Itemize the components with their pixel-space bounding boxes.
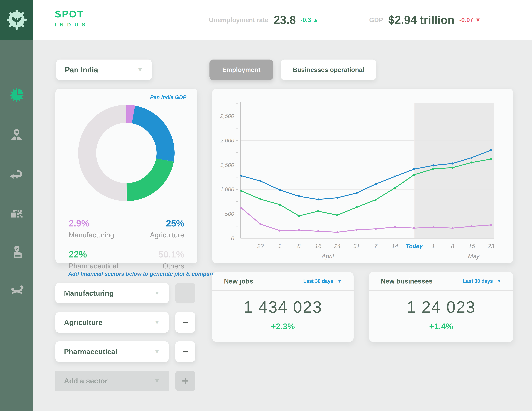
sector-dropdown-value: Agriculture xyxy=(64,318,154,327)
chevron-down-icon: ▼ xyxy=(154,348,160,355)
employment-chart-card: 05001,0001,5002,0002,5002218162431714Tod… xyxy=(212,89,513,263)
add-sector-button[interactable]: + xyxy=(175,371,195,391)
svg-text:500: 500 xyxy=(225,211,234,217)
unemployment-label: Unemployment rate xyxy=(209,16,268,24)
svg-text:22: 22 xyxy=(257,243,264,249)
svg-text:14: 14 xyxy=(392,243,398,249)
sidebar-item-tools[interactable] xyxy=(9,283,25,299)
map-pin-icon xyxy=(9,127,24,143)
region-dropdown[interactable]: Pan India ▼ xyxy=(56,60,152,80)
legend-label: Agriculture xyxy=(126,231,184,239)
shield-document-icon xyxy=(9,245,24,261)
legend-value: 50.1% xyxy=(126,249,184,260)
employment-line-chart: 05001,0001,5002,0002,5002218162431714Tod… xyxy=(212,89,513,263)
gdp-donut-chart xyxy=(56,102,197,207)
svg-text:24: 24 xyxy=(334,243,341,249)
svg-text:April: April xyxy=(321,253,334,260)
svg-text:2,000: 2,000 xyxy=(220,137,234,144)
minus-icon: − xyxy=(182,346,188,357)
app-logo xyxy=(0,0,33,40)
chevron-down-icon: ▼ xyxy=(137,66,143,73)
svg-text:8: 8 xyxy=(451,243,454,249)
legend-value: 22% xyxy=(69,249,126,260)
brand: SPOT INDUS xyxy=(55,9,89,28)
pixel-grid-icon xyxy=(9,205,24,221)
gdp-stat: GDP $2.94 trillion -0.07 ▼ xyxy=(369,0,481,40)
card-title: New jobs xyxy=(224,277,303,285)
svg-text:1: 1 xyxy=(432,243,435,249)
unemployment-delta-value: -0.3 xyxy=(301,17,311,23)
region-dropdown-value: Pan India xyxy=(65,65,137,74)
sector-action-button-manufacturing[interactable] xyxy=(175,283,195,303)
unemployment-stat: Unemployment rate 23.8 -0.3 ▲ xyxy=(209,0,319,40)
card-header: New businesses Last 30 days ▼ xyxy=(369,272,513,291)
unemployment-delta: -0.3 ▲ xyxy=(301,17,319,23)
unemployment-value: 23.8 xyxy=(274,13,296,27)
legend-label: Others xyxy=(126,262,184,270)
donut-title: Pan India GDP xyxy=(150,94,186,100)
gdp-delta: -0.07 ▼ xyxy=(459,17,481,23)
svg-text:16: 16 xyxy=(315,243,322,249)
legend-item-pharmaceutical: 22% Pharmaceutical xyxy=(69,249,126,270)
uturn-arrow-icon xyxy=(9,167,24,183)
svg-text:8: 8 xyxy=(297,243,301,249)
legend-label: Manufacturing xyxy=(69,231,126,239)
svg-text:23: 23 xyxy=(487,243,494,249)
add-sector-dropdown[interactable]: Add a sector ▼ xyxy=(56,371,169,391)
legend-item-others: 50.1% Others xyxy=(126,249,184,270)
legend-value: 25% xyxy=(126,218,184,228)
minus-icon: − xyxy=(182,317,188,328)
svg-text:31: 31 xyxy=(353,243,360,249)
sidebar-item-dashboard[interactable] xyxy=(9,88,25,104)
tab-employment-label: Employment xyxy=(222,66,260,73)
gdp-donut-card: Pan India GDP 2.9% Manufacturing 25% Agr… xyxy=(56,89,197,263)
sidebar-item-data-grid[interactable] xyxy=(9,205,25,221)
gdp-delta-value: -0.07 xyxy=(459,17,473,23)
remove-sector-button-agriculture[interactable]: − xyxy=(175,312,195,333)
sector-dropdown-manufacturing[interactable]: Manufacturing ▼ xyxy=(56,283,169,303)
svg-text:0: 0 xyxy=(231,235,234,241)
chevron-down-icon: ▼ xyxy=(154,377,160,384)
range-selector[interactable]: Last 30 days xyxy=(303,278,333,284)
brand-name: SPOT xyxy=(55,9,89,20)
tab-businesses-operational[interactable]: Businesses operational xyxy=(281,60,376,80)
donut-legend: 2.9% Manufacturing 25% Agriculture 22% P… xyxy=(69,218,184,270)
new-businesses-delta: +1.4% xyxy=(369,322,513,331)
range-selector[interactable]: Last 30 days xyxy=(463,278,493,284)
svg-text:1,000: 1,000 xyxy=(220,186,234,192)
gear-leaf-logo-icon xyxy=(6,9,27,31)
sector-dropdown-agriculture[interactable]: Agriculture ▼ xyxy=(56,312,169,333)
sector-dropdown-value: Pharmaceutical xyxy=(64,347,154,356)
legend-item-agriculture: 25% Agriculture xyxy=(126,218,184,239)
svg-text:1: 1 xyxy=(278,243,281,249)
card-title: New businesses xyxy=(381,277,463,285)
plus-icon: + xyxy=(182,374,189,388)
new-jobs-value: 1 434 023 xyxy=(212,298,353,316)
new-businesses-card: New businesses Last 30 days ▼ 1 24 023 +… xyxy=(369,272,513,342)
chevron-down-icon[interactable]: ▼ xyxy=(497,279,501,284)
new-jobs-card: New jobs Last 30 days ▼ 1 434 023 +2.3% xyxy=(212,272,353,342)
sidebar-item-trends[interactable] xyxy=(9,167,25,183)
chevron-down-icon: ▼ xyxy=(154,319,160,326)
sector-dropdown-placeholder: Add a sector xyxy=(64,377,154,385)
svg-text:1,500: 1,500 xyxy=(220,162,234,168)
tools-icon xyxy=(9,283,24,299)
up-triangle-icon: ▲ xyxy=(313,17,319,23)
sector-panel-caption: Add financial sectors below to generate … xyxy=(68,271,215,277)
svg-text:Today: Today xyxy=(406,243,423,249)
tab-businesses-operational-label: Businesses operational xyxy=(293,66,364,73)
svg-text:2,500: 2,500 xyxy=(220,113,234,119)
svg-text:7: 7 xyxy=(374,243,378,249)
chevron-down-icon[interactable]: ▼ xyxy=(337,279,342,284)
gdp-label: GDP xyxy=(369,16,383,24)
sidebar-item-map[interactable] xyxy=(9,127,25,143)
pie-gear-icon xyxy=(9,88,24,104)
sidebar-item-compliance[interactable] xyxy=(9,245,25,261)
tab-employment[interactable]: Employment xyxy=(209,60,273,80)
new-businesses-value: 1 24 023 xyxy=(369,298,513,316)
sector-dropdown-pharmaceutical[interactable]: Pharmaceutical ▼ xyxy=(56,341,169,362)
svg-text:15: 15 xyxy=(469,243,475,249)
remove-sector-button-pharmaceutical[interactable]: − xyxy=(175,341,195,362)
card-header: New jobs Last 30 days ▼ xyxy=(212,272,353,291)
legend-item-manufacturing: 2.9% Manufacturing xyxy=(69,218,126,239)
